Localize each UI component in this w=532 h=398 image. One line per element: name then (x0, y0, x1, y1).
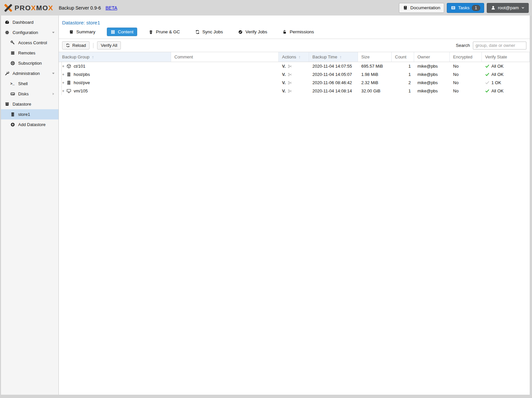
reload-button[interactable]: Reload (62, 41, 89, 50)
disk-icon (10, 91, 15, 96)
tab-prune-gc[interactable]: Prune & GC (145, 28, 184, 36)
user-icon (491, 5, 496, 10)
sidebar-item-label: store1 (18, 112, 30, 117)
content-grid: Backup Group↑CommentActions↑Backup Time↑… (59, 52, 530, 95)
scissors-icon[interactable] (288, 81, 292, 85)
lifering-icon (10, 61, 15, 66)
expand-toggle[interactable]: + (62, 65, 66, 68)
cell-backup-group: +host/pbs (59, 70, 171, 79)
sidebar-item-shell[interactable]: >_Shell (1, 79, 58, 89)
sort-up-icon: ↑ (339, 54, 342, 59)
sidebar-item-datastore[interactable]: Datastore (1, 99, 58, 109)
proxmox-logo: PROXMOX (3, 3, 53, 13)
app-window: PROXMOX Backup Server 0.9-6 BETA Documen… (0, 0, 532, 398)
expand-toggle[interactable]: + (62, 81, 66, 84)
search-input[interactable] (473, 42, 526, 50)
column-header-label: Encrypted (453, 54, 473, 59)
toolbar: Reload Verify All Search (59, 39, 530, 52)
book-icon (69, 30, 74, 34)
building-icon (66, 80, 71, 85)
verify-action-button[interactable]: V. (282, 64, 286, 69)
verify-action-button[interactable]: V. (282, 72, 286, 77)
column-header-comment[interactable]: Comment (171, 52, 279, 62)
sidebar-item-add-datastore[interactable]: Add Datastore (1, 119, 58, 130)
sidebar-item-administration[interactable]: Administration (1, 68, 58, 79)
verify-action-button[interactable]: V. (282, 88, 286, 93)
page-title: Datastore: store1 (59, 16, 530, 27)
cell-owner: mike@pbs (414, 62, 450, 70)
cell-backup-time: 2020-11-06 08:46:42 (309, 79, 358, 87)
column-header-owner[interactable]: Owner (414, 52, 450, 62)
cell-count: 1 (392, 62, 414, 70)
table-row[interactable]: +vm/105V.2020-11-04 14:08:1432.00 GiB1mi… (59, 87, 530, 95)
plus-circle-icon (10, 122, 15, 127)
sidebar-item-label: Shell (18, 81, 28, 86)
sidebar-item-access-control[interactable]: Access Control (1, 38, 58, 48)
column-header-backup-group[interactable]: Backup Group↑ (59, 52, 171, 62)
proxmox-x-icon (3, 3, 13, 13)
sidebar-item-label: Dashboard (13, 20, 34, 25)
cell-verify-state: All OK (482, 62, 530, 70)
verify-action-button[interactable]: V. (282, 80, 286, 85)
cell-count: 1 (392, 70, 414, 79)
verify-all-label: Verify All (101, 43, 117, 48)
backup-group-label: vm/105 (74, 88, 88, 93)
beta-link[interactable]: BETA (106, 5, 118, 11)
wrench-icon (5, 71, 10, 76)
caret-down-icon (52, 72, 55, 75)
sidebar-item-dashboard[interactable]: Dashboard (1, 17, 58, 27)
column-header-size[interactable]: Size (358, 52, 392, 62)
column-header-label: Count (395, 54, 407, 59)
toolbar-separator (93, 43, 93, 48)
cell-size: 32.00 GiB (358, 87, 392, 95)
grid-icon (111, 30, 115, 34)
column-header-count[interactable]: Count (392, 52, 414, 62)
tab-summary[interactable]: Summary (65, 28, 99, 36)
cell-verify-state: All OK (482, 70, 530, 79)
sidebar-item-configuration[interactable]: Configuration (1, 27, 58, 38)
check-circle-icon (238, 30, 243, 34)
scissors-icon[interactable] (288, 72, 292, 77)
sidebar-item-label: Access Control (18, 40, 47, 45)
documentation-button[interactable]: Documentation (399, 3, 444, 13)
expand-toggle[interactable]: + (62, 89, 66, 93)
column-header-encrypted[interactable]: Encrypted (450, 52, 482, 62)
scissors-icon[interactable] (288, 64, 292, 69)
column-header-verify-state[interactable]: Verify State (482, 52, 530, 62)
content-panel: Datastore: store1 SummaryContentPrune & … (59, 16, 530, 395)
tab-content[interactable]: Content (107, 28, 137, 36)
column-header-backup-time[interactable]: Backup Time↑ (309, 52, 358, 62)
check-icon (485, 72, 489, 77)
cell-size: 695.57 MiB (358, 62, 392, 70)
cell-verify-state: All OK (482, 87, 530, 95)
column-header-actions[interactable]: Actions↑ (279, 52, 309, 62)
gears-icon (5, 30, 10, 35)
sidebar-item-subscription[interactable]: Subscription (1, 58, 58, 68)
tab-verify-jobs[interactable]: Verify Jobs (234, 28, 271, 36)
cell-actions: V. (279, 62, 309, 70)
cell-comment (171, 70, 279, 79)
refresh-icon (66, 43, 70, 48)
scissors-icon[interactable] (288, 89, 292, 93)
table-row[interactable]: +host/pbsV.2020-11-04 14:05:071.98 MiB1m… (59, 70, 530, 79)
tab-permissions[interactable]: Permissions (279, 28, 318, 36)
table-row[interactable]: +host/pveV.2020-11-06 08:46:422.32 MiB2m… (59, 79, 530, 87)
sidebar-item-label: Datastore (13, 102, 31, 107)
table-row[interactable]: +ct/101V.2020-11-04 14:07:55695.57 MiB1m… (59, 62, 530, 70)
sidebar-item-remotes[interactable]: Remotes (1, 48, 58, 58)
user-menu-button[interactable]: root@pam (487, 3, 529, 13)
expand-toggle[interactable]: + (62, 73, 66, 76)
cell-size: 1.98 MiB (358, 70, 392, 79)
verify-all-button[interactable]: Verify All (97, 41, 121, 50)
sidebar-item-store1[interactable]: store1 (1, 109, 58, 119)
sidebar-item-disks[interactable]: Disks (1, 89, 58, 99)
cell-owner: mike@pbs (414, 70, 450, 79)
tab-sync-jobs[interactable]: Sync Jobs (192, 28, 227, 36)
sort-up-icon: ↑ (92, 54, 94, 59)
tab-label: Summary (76, 29, 95, 34)
cell-actions: V. (279, 70, 309, 79)
user-label: root@pam (498, 5, 519, 10)
backup-group-label: host/pve (74, 80, 90, 85)
tasks-button[interactable]: Tasks 1 (447, 3, 484, 13)
cell-comment (171, 87, 279, 95)
